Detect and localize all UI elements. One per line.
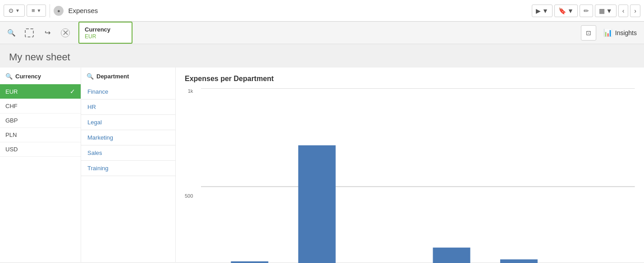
clear-icon: ✕ [61, 28, 70, 37]
toolbar-right: ▶ ▼ 🔖 ▼ ✏ ▦ ▼ ‹ › [532, 5, 640, 17]
y-tick-500: 500 [185, 193, 193, 199]
clear-tool-btn[interactable]: ✕ [58, 25, 73, 41]
bar-marketing[interactable] [433, 248, 470, 263]
insights-btn[interactable]: 📊 Insights [600, 26, 640, 40]
sheet-title-area: My new sheet [0, 44, 644, 68]
currency-item-eur[interactable]: EUR✓ [0, 84, 81, 99]
filter-bar: 🔍 ↪ ✕ Currency EUR ⊡ 📊 Insights [0, 22, 644, 44]
back-icon: ‹ [622, 7, 625, 14]
dept-item-sales[interactable]: Sales [81, 145, 175, 161]
zoom-icon: 🔍 [7, 29, 16, 37]
filter-chip-title: Currency [85, 26, 126, 33]
back-btn[interactable]: ‹ [618, 5, 629, 17]
dept-item-finance[interactable]: Finance [81, 84, 175, 100]
currency-panel-header: 🔍 Currency [0, 73, 81, 84]
compass-chevron: ▼ [15, 8, 20, 13]
y-tick-1k: 1k [188, 88, 193, 94]
chart-container: 1k 500 0 Amount FinanceHRLegalMarketingS… [185, 88, 635, 263]
chart-plot: FinanceHRLegalMarketingSalesTraining [201, 88, 635, 263]
present-btn[interactable]: ▶ ▼ [532, 5, 553, 17]
currency-list: EUR✓CHFGBPPLNUSD [0, 84, 81, 157]
currency-item-pln[interactable]: PLN [0, 128, 81, 142]
currency-item-chf[interactable]: CHF [0, 99, 81, 113]
currency-search-icon: 🔍 [5, 73, 13, 80]
lasso-tool-btn[interactable] [22, 25, 37, 41]
zoom-tool-btn[interactable]: 🔍 [4, 25, 19, 41]
chart-chevron: ▼ [606, 7, 612, 14]
sheet-title: My new sheet [9, 51, 635, 63]
currency-filter-chip[interactable]: Currency EUR [78, 22, 132, 44]
present-chevron: ▼ [542, 7, 548, 14]
dept-item-hr[interactable]: HR [81, 100, 175, 115]
currency-item-usd[interactable]: USD [0, 142, 81, 157]
filter-chip-value: EUR [85, 33, 126, 40]
bookmark-btn[interactable]: 🔖 ▼ [554, 5, 578, 17]
chart-area: Expenses per Department 1k 500 0 Amount [176, 68, 644, 262]
bar-sales[interactable] [500, 259, 538, 263]
divider [50, 4, 50, 18]
dept-item-marketing[interactable]: Marketing [81, 130, 175, 145]
insights-icon: 📊 [603, 28, 612, 37]
forward-btn[interactable]: › [630, 5, 640, 17]
selection-tool-btn[interactable]: ⊡ [581, 25, 596, 41]
selection-icon: ⊡ [586, 29, 591, 36]
compass-icon: ⊙ [9, 7, 14, 14]
edit-btn[interactable]: ✏ [580, 5, 593, 17]
chart-title: Expenses per Department [185, 75, 635, 83]
list-icon: ≡ [32, 7, 35, 14]
list-chevron: ▼ [37, 8, 41, 13]
y-axis-label: Amount [195, 88, 200, 263]
filter-tools: 🔍 ↪ ✕ [4, 22, 73, 44]
insights-label: Insights [615, 29, 637, 36]
main-content: 🔍 Currency EUR✓CHFGBPPLNUSD 🔍 Department… [0, 68, 644, 262]
bar-chart-svg: FinanceHRLegalMarketingSalesTraining [201, 88, 635, 263]
currency-panel-title: Currency [15, 73, 41, 80]
dept-list: FinanceHRLegalMarketingSalesTraining [81, 84, 175, 176]
filter-right: ⊡ 📊 Insights [581, 22, 640, 44]
chart-icon: ▦ [599, 7, 605, 14]
department-panel: 🔍 Department FinanceHRLegalMarketingSale… [81, 68, 176, 262]
dept-panel-header: 🔍 Department [81, 73, 175, 84]
pencil-icon: ✏ [584, 7, 589, 14]
bookmark-chevron: ▼ [567, 7, 574, 14]
present-icon: ▶ [536, 7, 541, 14]
bookmark-icon: 🔖 [558, 7, 566, 14]
forward-icon: › [634, 7, 636, 14]
dept-search-icon: 🔍 [87, 73, 94, 80]
redo-tool-btn[interactable]: ↪ [40, 25, 55, 41]
check-icon: ✓ [70, 88, 75, 95]
compass-btn[interactable]: ⊙ ▼ [4, 5, 25, 17]
dept-item-legal[interactable]: Legal [81, 115, 175, 130]
toolbar-left: ⊙ ▼ ≡ ▼ ● Expenses [4, 4, 98, 18]
bar-finance[interactable] [231, 261, 269, 263]
currency-panel: 🔍 Currency EUR✓CHFGBPPLNUSD [0, 68, 81, 262]
bar-hr[interactable] [298, 145, 336, 263]
chart-type-btn[interactable]: ▦ ▼ [595, 5, 617, 17]
redo-icon: ↪ [45, 28, 50, 37]
currency-item-gbp[interactable]: GBP [0, 113, 81, 128]
app-title: Expenses [68, 7, 98, 14]
top-toolbar: ⊙ ▼ ≡ ▼ ● Expenses ▶ ▼ 🔖 ▼ ✏ ▦ ▼ ‹ › [0, 0, 644, 22]
list-btn[interactable]: ≡ ▼ [27, 5, 46, 17]
app-icon: ● [54, 6, 64, 16]
lasso-icon [25, 28, 34, 37]
dept-item-training[interactable]: Training [81, 161, 175, 176]
dept-panel-title: Department [96, 73, 129, 80]
